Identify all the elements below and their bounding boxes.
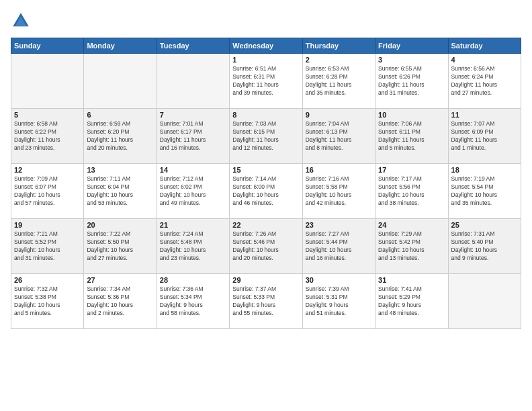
day-info: Sunrise: 7:31 AM Sunset: 5:40 PM Dayligh… <box>451 230 518 263</box>
calendar-cell: 30Sunrise: 7:39 AM Sunset: 5:31 PM Dayli… <box>302 274 375 329</box>
calendar-cell: 3Sunrise: 6:55 AM Sunset: 6:26 PM Daylig… <box>375 54 448 109</box>
day-number: 25 <box>451 221 518 229</box>
calendar-cell: 10Sunrise: 7:06 AM Sunset: 6:11 PM Dayli… <box>375 109 448 164</box>
day-info: Sunrise: 6:58 AM Sunset: 6:22 PM Dayligh… <box>14 120 81 152</box>
day-info: Sunrise: 7:07 AM Sunset: 6:09 PM Dayligh… <box>451 120 518 152</box>
calendar-cell: 1Sunrise: 6:51 AM Sunset: 6:31 PM Daylig… <box>230 54 302 109</box>
calendar-cell: 4Sunrise: 6:56 AM Sunset: 6:24 PM Daylig… <box>448 54 521 109</box>
week-row-5: 26Sunrise: 7:32 AM Sunset: 5:38 PM Dayli… <box>11 274 521 329</box>
week-row-2: 5Sunrise: 6:58 AM Sunset: 6:22 PM Daylig… <box>11 109 521 164</box>
weekday-header-wednesday: Wednesday <box>230 38 302 54</box>
calendar-cell: 29Sunrise: 7:37 AM Sunset: 5:33 PM Dayli… <box>230 274 302 329</box>
header <box>11 11 521 31</box>
day-info: Sunrise: 7:39 AM Sunset: 5:31 PM Dayligh… <box>306 285 372 318</box>
calendar-cell: 9Sunrise: 7:04 AM Sunset: 6:13 PM Daylig… <box>302 109 375 164</box>
weekday-header-monday: Monday <box>84 38 157 54</box>
day-info: Sunrise: 6:56 AM Sunset: 6:24 PM Dayligh… <box>451 65 518 97</box>
day-info: Sunrise: 7:32 AM Sunset: 5:38 PM Dayligh… <box>14 285 81 318</box>
calendar-cell: 23Sunrise: 7:27 AM Sunset: 5:44 PM Dayli… <box>302 219 375 274</box>
day-info: Sunrise: 7:19 AM Sunset: 5:54 PM Dayligh… <box>451 175 518 208</box>
page: SundayMondayTuesdayWednesdayThursdayFrid… <box>0 0 532 411</box>
day-info: Sunrise: 7:12 AM Sunset: 6:02 PM Dayligh… <box>160 175 226 208</box>
day-number: 29 <box>232 276 299 284</box>
day-info: Sunrise: 6:55 AM Sunset: 6:26 PM Dayligh… <box>378 65 445 97</box>
day-number: 7 <box>160 111 226 119</box>
day-info: Sunrise: 7:27 AM Sunset: 5:44 PM Dayligh… <box>306 230 372 263</box>
calendar-cell: 16Sunrise: 7:16 AM Sunset: 5:58 PM Dayli… <box>302 164 375 219</box>
day-number: 2 <box>306 56 372 64</box>
day-number: 24 <box>378 221 445 229</box>
day-info: Sunrise: 7:09 AM Sunset: 6:07 PM Dayligh… <box>14 175 81 208</box>
week-row-3: 12Sunrise: 7:09 AM Sunset: 6:07 PM Dayli… <box>11 164 521 219</box>
day-number: 20 <box>87 221 153 229</box>
day-info: Sunrise: 7:03 AM Sunset: 6:15 PM Dayligh… <box>232 120 299 152</box>
day-number: 22 <box>232 221 299 229</box>
day-info: Sunrise: 7:41 AM Sunset: 5:29 PM Dayligh… <box>378 285 445 318</box>
day-number: 11 <box>451 111 518 119</box>
calendar-cell: 5Sunrise: 6:58 AM Sunset: 6:22 PM Daylig… <box>11 109 84 164</box>
calendar-cell <box>11 54 84 109</box>
day-number: 18 <box>451 166 518 174</box>
weekday-header-thursday: Thursday <box>302 38 375 54</box>
calendar-cell: 6Sunrise: 6:59 AM Sunset: 6:20 PM Daylig… <box>84 109 157 164</box>
calendar-cell: 20Sunrise: 7:22 AM Sunset: 5:50 PM Dayli… <box>84 219 157 274</box>
weekday-header-saturday: Saturday <box>448 38 521 54</box>
week-row-4: 19Sunrise: 7:21 AM Sunset: 5:52 PM Dayli… <box>11 219 521 274</box>
day-info: Sunrise: 6:53 AM Sunset: 6:28 PM Dayligh… <box>306 65 372 97</box>
week-row-1: 1Sunrise: 6:51 AM Sunset: 6:31 PM Daylig… <box>11 54 521 109</box>
calendar-cell: 28Sunrise: 7:36 AM Sunset: 5:34 PM Dayli… <box>157 274 229 329</box>
day-info: Sunrise: 7:29 AM Sunset: 5:42 PM Dayligh… <box>378 230 445 263</box>
day-info: Sunrise: 7:24 AM Sunset: 5:48 PM Dayligh… <box>160 230 226 263</box>
day-number: 16 <box>306 166 372 174</box>
day-number: 21 <box>160 221 226 229</box>
day-number: 23 <box>306 221 372 229</box>
calendar-cell: 22Sunrise: 7:26 AM Sunset: 5:46 PM Dayli… <box>230 219 302 274</box>
calendar: SundayMondayTuesdayWednesdayThursdayFrid… <box>11 38 521 329</box>
day-info: Sunrise: 7:11 AM Sunset: 6:04 PM Dayligh… <box>87 175 153 208</box>
day-number: 17 <box>378 166 445 174</box>
day-number: 28 <box>160 276 226 284</box>
logo <box>11 11 34 31</box>
day-number: 30 <box>306 276 372 284</box>
day-info: Sunrise: 7:04 AM Sunset: 6:13 PM Dayligh… <box>306 120 372 152</box>
day-info: Sunrise: 7:01 AM Sunset: 6:17 PM Dayligh… <box>160 120 226 152</box>
day-info: Sunrise: 7:26 AM Sunset: 5:46 PM Dayligh… <box>232 230 299 263</box>
calendar-cell: 27Sunrise: 7:34 AM Sunset: 5:36 PM Dayli… <box>84 274 157 329</box>
day-number: 1 <box>232 56 299 64</box>
weekday-header-tuesday: Tuesday <box>157 38 229 54</box>
day-info: Sunrise: 7:36 AM Sunset: 5:34 PM Dayligh… <box>160 285 226 318</box>
day-info: Sunrise: 6:51 AM Sunset: 6:31 PM Dayligh… <box>232 65 299 97</box>
day-number: 4 <box>451 56 518 64</box>
day-info: Sunrise: 7:17 AM Sunset: 5:56 PM Dayligh… <box>378 175 445 208</box>
calendar-cell: 13Sunrise: 7:11 AM Sunset: 6:04 PM Dayli… <box>84 164 157 219</box>
day-info: Sunrise: 7:06 AM Sunset: 6:11 PM Dayligh… <box>378 120 445 152</box>
day-number: 3 <box>378 56 445 64</box>
day-number: 15 <box>232 166 299 174</box>
calendar-cell: 15Sunrise: 7:14 AM Sunset: 6:00 PM Dayli… <box>230 164 302 219</box>
day-number: 10 <box>378 111 445 119</box>
day-number: 9 <box>306 111 372 119</box>
day-number: 31 <box>378 276 445 284</box>
day-info: Sunrise: 7:37 AM Sunset: 5:33 PM Dayligh… <box>232 285 299 318</box>
calendar-cell: 11Sunrise: 7:07 AM Sunset: 6:09 PM Dayli… <box>448 109 521 164</box>
logo-icon <box>11 11 31 31</box>
calendar-cell: 14Sunrise: 7:12 AM Sunset: 6:02 PM Dayli… <box>157 164 229 219</box>
day-number: 13 <box>87 166 153 174</box>
weekday-header-sunday: Sunday <box>11 38 84 54</box>
day-number: 12 <box>14 166 81 174</box>
day-info: Sunrise: 7:34 AM Sunset: 5:36 PM Dayligh… <box>87 285 153 318</box>
calendar-cell <box>157 54 229 109</box>
day-number: 6 <box>87 111 153 119</box>
day-info: Sunrise: 7:21 AM Sunset: 5:52 PM Dayligh… <box>14 230 81 263</box>
calendar-cell: 7Sunrise: 7:01 AM Sunset: 6:17 PM Daylig… <box>157 109 229 164</box>
day-info: Sunrise: 6:59 AM Sunset: 6:20 PM Dayligh… <box>87 120 153 152</box>
calendar-cell: 18Sunrise: 7:19 AM Sunset: 5:54 PM Dayli… <box>448 164 521 219</box>
weekday-header-row: SundayMondayTuesdayWednesdayThursdayFrid… <box>11 38 521 54</box>
calendar-cell: 24Sunrise: 7:29 AM Sunset: 5:42 PM Dayli… <box>375 219 448 274</box>
day-number: 27 <box>87 276 153 284</box>
calendar-cell: 17Sunrise: 7:17 AM Sunset: 5:56 PM Dayli… <box>375 164 448 219</box>
day-info: Sunrise: 7:22 AM Sunset: 5:50 PM Dayligh… <box>87 230 153 263</box>
day-info: Sunrise: 7:14 AM Sunset: 6:00 PM Dayligh… <box>232 175 299 208</box>
weekday-header-friday: Friday <box>375 38 448 54</box>
calendar-cell <box>448 274 521 329</box>
